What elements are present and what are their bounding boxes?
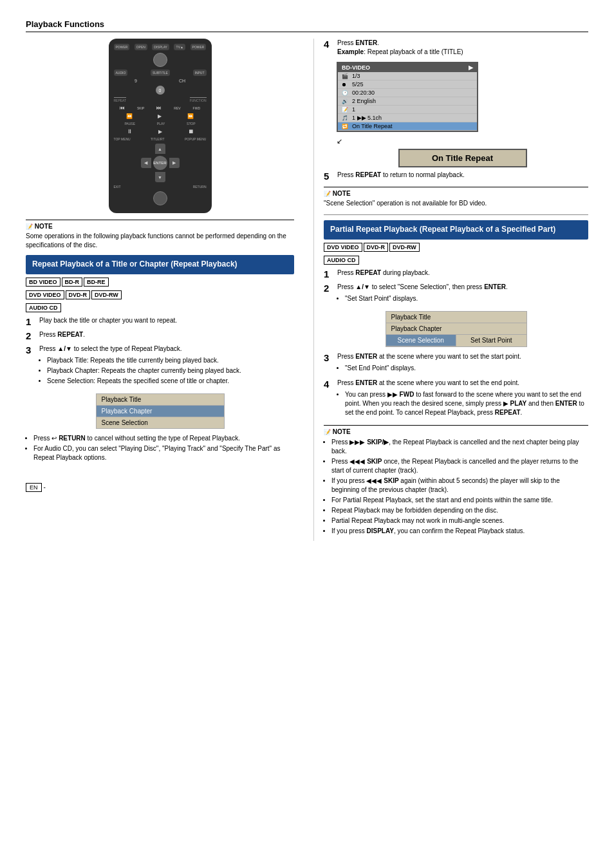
partial-menu-title: Playback Title [386,312,526,323]
format-bd-r: BD-R [62,278,83,287]
right-note3-bullets: Press ▶▶▶ SKIP/▶, the Repeat Playback is… [331,438,588,536]
dpad[interactable]: ▲ ▼ ◀ ▶ ENTER [141,144,180,182]
repeat-value: On Title Repeat [352,123,393,129]
playback-menu-left: Playback Title Playback Chapter Scene Se… [96,393,225,429]
partial-step3-content: Press ENTER at the scene where you want … [337,352,588,375]
partial-dvd-video: DVD VIDEO [324,243,362,252]
dpad-down[interactable]: ▼ [155,172,165,182]
section1-steps: 1 Play back the title or chapter you wan… [26,316,294,388]
title-value: 1/3 [352,73,360,79]
section1-after-bullets: Press ↩ RETURN to cancel without setting… [33,434,294,462]
rev-label: REV [174,106,180,110]
right-step4-num: 4 [324,39,334,50]
play2-btn[interactable]: ▶ [158,129,162,135]
bd-video-header: BD-VIDEO ▶ [338,63,477,72]
popup-menu-label: POPUP MENU [185,137,207,141]
section1-title: Repeat Playback of a Title or Chapter (R… [32,259,288,270]
menu-playback-chapter: Playback Chapter [97,406,224,417]
bd-video-screen: BD-VIDEO ▶ 🎬 1/3 ⏺ 5/25 🕐 00:20:30 🔊 2 E… [337,62,478,132]
fwd-bullet: You can press ▶▶ FWD to fast forward to … [345,390,588,417]
left-note: 📝 NOTE Some operations in the following … [26,220,294,250]
note3-bullet5: Repeat Playback may be forbidden dependi… [331,506,588,515]
num9[interactable]: 9 [135,79,137,83]
rew-btn[interactable]: ⏪ [126,113,133,119]
display-btn[interactable]: DISPLAY [152,44,169,50]
format-audio-cd: AUDIO CD [26,303,61,312]
pause-btn[interactable]: ⏸ [127,128,133,135]
partial-formats-row1: DVD VIDEO DVD-R DVD-RW [324,243,588,252]
ff-btn[interactable]: ⏩ [187,113,194,119]
return-btn[interactable] [153,191,167,205]
bd-row-sound: 🎵 1 ▶▶ 5.1ch [338,114,477,122]
tv-btn[interactable]: TV▲ [174,44,185,50]
open-btn[interactable]: OPEN [135,44,147,50]
right-note3: 📝 NOTE Press ▶▶▶ SKIP/▶, the Repeat Play… [324,425,588,536]
right-note2: 📝 NOTE "Scene Selection" operation is no… [324,187,588,208]
repeat-label: REPEAT [114,97,127,102]
partial-section-header: Partial Repeat Playback (Repeat Playback… [324,220,588,240]
partial-step3-bullets: "Set End Point" displays. [345,364,588,373]
num0[interactable]: 0 [156,86,165,95]
power-btn[interactable]: POWER [114,44,130,50]
sub-value: 1 [352,106,355,113]
audio-icon: 🔊 [342,99,349,104]
bd-row-chapter: ⏺ 5/25 [338,80,477,89]
format-tags-row1: BD VIDEO BD-R BD-RE [26,278,294,287]
note3-bullet6: Partial Repeat Playback may not work in … [331,516,588,525]
format-tags-row3: AUDIO CD [26,303,294,312]
fwd-label: FWD [193,106,200,110]
subtitle-btn[interactable]: SUBTITLE [151,70,170,76]
right-step4: 4 Press ENTER. Example: Repeat playback … [324,39,588,57]
step2-text: Press REPEAT. [39,330,294,339]
skip-back-btn[interactable]: ⏮ [120,105,125,111]
right-note3-title: 📝 NOTE [324,428,588,435]
partial-step2: 2 Press ▲/▼ to select "Scene Selection",… [324,283,588,306]
play-btn[interactable]: ▶ [158,113,162,119]
enter-btn[interactable]: ENTER [153,156,167,170]
partial-menu-chapter: Playback Chapter [386,323,526,335]
section1-header: Repeat Playback of a Title or Chapter (R… [26,255,294,274]
partial-step2-content: Press ▲/▼ to select "Scene Selection", t… [337,283,588,306]
audio-btn[interactable]: AUDIO [114,70,128,76]
dpad-left[interactable]: ◀ [141,158,151,168]
format-dvd-rw: DVD-RW [91,290,122,299]
right-step5-num: 5 [324,171,334,182]
bd-row-sub: 📝 1 [338,106,477,114]
step3-num: 3 [26,344,36,355]
function-label: FUNCTION [190,97,207,102]
on-title-repeat-container: ↙ On Title Repeat [337,137,588,167]
top-menu-label: TOP MENU [114,137,131,141]
partial-step4: 4 Press ENTER at the scene where you wan… [324,379,588,420]
format-dvd-r: DVD-R [66,290,91,299]
partial-dvd-rw: DVD-RW [389,243,420,252]
page-title: Playback Functions [26,19,588,32]
bullet-playback-title: Playback Title: Repeats the title curren… [47,356,294,365]
partial-menu-set-start: Set Start Point [456,335,526,346]
bd-row-title: 🎬 1/3 [338,72,477,80]
return-label: RETURN [193,185,207,189]
bd-video-label: BD-VIDEO [342,64,370,71]
partial-steps-1-2: 1 Press REPEAT during playback. 2 Press … [324,269,588,306]
input-btn[interactable]: INPUT [193,70,207,76]
partial-step1: 1 Press REPEAT during playback. [324,269,588,279]
bullet-return: Press ↩ RETURN to cancel without setting… [33,434,294,443]
remote-image: POWER OPEN DISPLAY TV▲ POWER AUDIO SUBTI… [26,39,294,213]
note3-bullet7: If you press DISPLAY, you can confirm th… [331,527,588,536]
partial-step3-num: 3 [324,352,334,363]
tv-power-btn[interactable]: POWER [191,44,207,50]
play-label: PLAY [157,122,165,126]
step2-num: 2 [26,330,36,341]
sound-icon: 🎵 [342,115,349,121]
title-icon: 🎬 [342,73,349,79]
dpad-up[interactable]: ▲ [155,144,165,154]
repeat-icon: 🔁 [342,124,349,129]
set-start-point-bullet: "Set Start Point" displays. [345,294,588,303]
dpad-right[interactable]: ▶ [169,158,180,168]
en-badge: EN [26,483,42,492]
stop-btn[interactable]: ⏹ [188,128,194,135]
partial-step2-bullets: "Set Start Point" displays. [345,294,588,303]
ch-btn[interactable]: CH [179,79,185,83]
skip-fwd-btn[interactable]: ⏭ [156,105,162,111]
sub-icon: 📝 [342,107,349,113]
step1-num: 1 [26,316,36,327]
